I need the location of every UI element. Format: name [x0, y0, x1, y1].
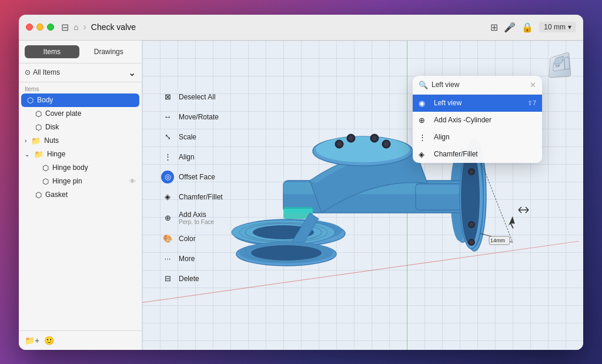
popup-align-label: Align: [434, 133, 450, 141]
align-label: Align: [179, 153, 195, 161]
minimize-button[interactable]: [36, 24, 44, 31]
filter-chevron: ⌄: [128, 67, 136, 78]
tab-drawings[interactable]: Drawings: [82, 45, 136, 58]
popup-item-align[interactable]: ⋮ Align: [413, 129, 542, 146]
sidebar-item-hinge-body[interactable]: ⬡ Hinge body: [19, 161, 142, 175]
sidebar-item-gasket[interactable]: ⬡ Gasket: [19, 188, 142, 202]
svg-point-19: [349, 136, 353, 141]
toolbar-deselect-all[interactable]: ⊠ Deselect All: [154, 88, 230, 106]
gasket-label: Gasket: [45, 191, 68, 199]
hinge-label: Hinge: [47, 150, 65, 158]
popup-chamfer-fillet-icon: ◈: [419, 150, 429, 159]
svg-text:TOP: TOP: [555, 64, 560, 68]
toolbar-offset-face[interactable]: ◎ Offset Face: [154, 168, 230, 186]
svg-point-17: [384, 142, 389, 146]
unit-value: 10 mm: [544, 23, 566, 31]
add-axis-cylinder-label: Add Axis -Cylinder: [434, 116, 491, 124]
scale-icon: ⤡: [161, 131, 174, 143]
toolbar-chamfer-fillet[interactable]: ◈ Chamfer/Fillet: [154, 188, 230, 206]
hinge-expand-icon: ⌄: [25, 151, 29, 158]
toolbar-more[interactable]: ··· More: [154, 249, 230, 268]
move-rotate-icon: ↔: [161, 111, 174, 123]
window-title: Check valve: [91, 22, 491, 32]
sidebar-item-nuts[interactable]: › 📁 Nuts: [19, 134, 142, 148]
nuts-folder-icon: 📁: [31, 136, 41, 145]
left-view-label: Left view: [434, 99, 461, 107]
popup-align-icon: ⋮: [419, 133, 429, 142]
toolbar-align[interactable]: ⋮ Align: [154, 148, 230, 166]
sidebar-filter[interactable]: ⊙ All Items ⌄: [19, 64, 142, 82]
more-icon: ···: [161, 252, 174, 265]
save-icon[interactable]: ⊞: [490, 22, 498, 33]
disk-icon: ⬡: [35, 123, 42, 132]
filter-icon: ⊙: [25, 68, 31, 76]
sidebar-item-cover-plate[interactable]: ⬡ Cover plate: [19, 107, 142, 121]
body-icon: ⬡: [27, 96, 34, 105]
search-clear-icon[interactable]: ✕: [530, 81, 536, 89]
svg-point-39: [470, 222, 474, 226]
tab-items[interactable]: Items: [25, 45, 79, 58]
popup-item-add-axis-cylinder[interactable]: ⊕ Add Axis -Cylinder: [413, 112, 542, 129]
sidebar-bottom: 📁+ 🙂: [19, 330, 142, 350]
align-icon: ⋮: [161, 151, 174, 163]
search-input-row: 🔍 ✕: [413, 76, 542, 95]
more-label: More: [179, 255, 195, 263]
left-view-shortcut: ⇧7: [527, 99, 536, 107]
mic-icon[interactable]: 🎤: [504, 22, 516, 33]
smiley-icon[interactable]: 🙂: [44, 336, 54, 345]
toolbar-add-axis[interactable]: ⊕ Add Axis Perp. to Face: [154, 208, 230, 228]
deselect-all-label: Deselect All: [179, 93, 216, 101]
nav-cube-inner: TOP: [549, 52, 571, 78]
hinge-folder-icon: 📁: [34, 150, 44, 159]
svg-rect-25: [283, 209, 313, 213]
body-label: Body: [37, 96, 53, 104]
lock-icon[interactable]: 🔒: [521, 22, 533, 33]
offset-face-icon: ◎: [161, 171, 174, 183]
sidebar-item-hinge[interactable]: ⌄ 📁 Hinge: [19, 148, 142, 161]
svg-point-31: [461, 149, 480, 245]
close-button[interactable]: [26, 24, 33, 31]
sidebar: Items Drawings ⊙ All Items ⌄ Items ⬡ Bod…: [19, 41, 142, 350]
toolbar-color[interactable]: 🎨 Color: [154, 229, 230, 248]
hinge-body-icon: ⬡: [42, 163, 49, 172]
color-icon: 🎨: [161, 232, 174, 245]
toolbar-move-rotate[interactable]: ↔ Move/Rotate: [154, 108, 230, 126]
add-folder-icon[interactable]: 📁+: [25, 336, 39, 345]
sidebar-item-body[interactable]: ⬡ Body: [21, 93, 139, 107]
scale-label: Scale: [179, 133, 196, 141]
svg-point-15: [337, 142, 342, 146]
disk-label: Disk: [45, 123, 59, 131]
toolbar: ⊠ Deselect All ↔ Move/Rotate ⤡ Scale ⋮ A…: [154, 88, 230, 288]
left-view-icon: ◉: [419, 99, 429, 108]
main-window: ⊟ ⌂ › Check valve ⊞ 🎤 🔒 10 mm ▾ Items Dr…: [19, 15, 583, 350]
sidebar-toggle-icon[interactable]: ⊟: [61, 22, 69, 33]
svg-point-21: [372, 136, 377, 141]
sidebar-item-hinge-pin[interactable]: ⬡ Hinge pin 👁: [19, 175, 142, 188]
viewport: 14mm TOP: [142, 41, 583, 350]
nav-cube[interactable]: TOP: [541, 48, 576, 83]
hinge-body-label: Hinge body: [52, 163, 88, 172]
svg-rect-46: [564, 56, 570, 69]
svg-point-37: [470, 169, 474, 173]
toolbar-delete[interactable]: ⊟ Delete: [154, 269, 230, 288]
popup-item-left-view[interactable]: ◉ Left view ⇧7: [413, 95, 542, 112]
home-icon[interactable]: ⌂: [73, 22, 78, 32]
toolbar-scale[interactable]: ⤡ Scale: [154, 128, 230, 146]
add-axis-sublabel: Perp. to Face: [179, 219, 214, 225]
deselect-all-icon: ⊠: [161, 91, 174, 103]
chamfer-fillet-label: Chamfer/Fillet: [179, 193, 223, 201]
filter-label: ⊙ All Items: [25, 68, 60, 76]
unit-selector[interactable]: 10 mm ▾: [539, 22, 576, 32]
titlebar-actions: ⊞ 🎤 🔒 10 mm ▾: [490, 22, 576, 33]
search-input[interactable]: [432, 81, 526, 89]
maximize-button[interactable]: [47, 24, 54, 31]
titlebar: ⊟ ⌂ › Check valve ⊞ 🎤 🔒 10 mm ▾: [19, 15, 583, 41]
popup-item-chamfer-fillet[interactable]: ◈ Chamfer/Fillet: [413, 146, 542, 163]
sidebar-item-disk[interactable]: ⬡ Disk: [19, 121, 142, 134]
search-icon: 🔍: [419, 81, 428, 89]
eye-icon[interactable]: 👁: [129, 178, 136, 185]
nuts-label: Nuts: [44, 136, 59, 145]
nuts-expand-icon: ›: [25, 138, 26, 144]
svg-point-13: [316, 136, 410, 162]
unit-chevron: ▾: [568, 23, 571, 31]
